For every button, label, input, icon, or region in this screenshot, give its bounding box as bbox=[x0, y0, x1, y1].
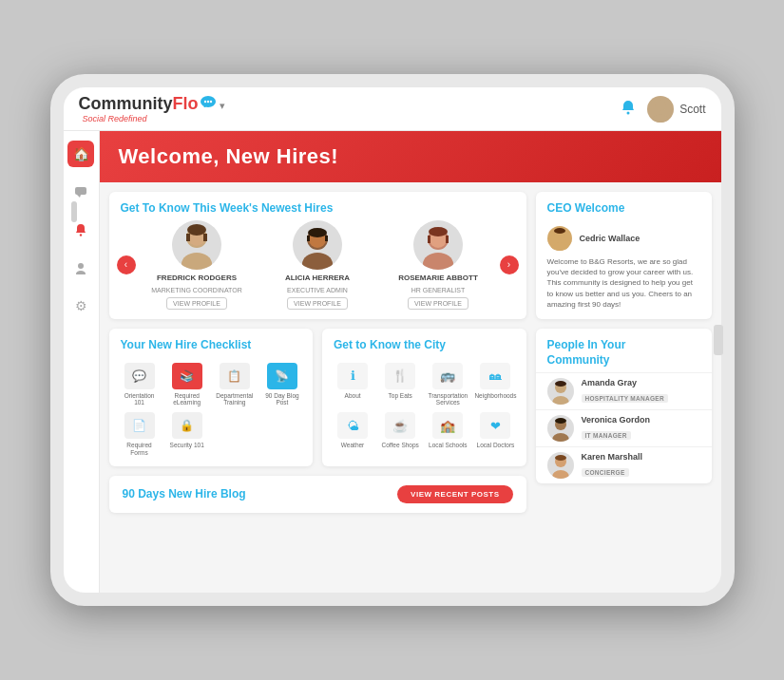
svg-point-28 bbox=[429, 227, 448, 236]
app-header: CommunityFlo ▾ Social Redefined bbox=[64, 87, 721, 131]
checklist-item-3[interactable]: 📋 Departmental Training bbox=[214, 363, 256, 407]
sidebar-item-settings[interactable]: ⚙ bbox=[67, 293, 94, 319]
community-avatar-image-1 bbox=[547, 378, 574, 405]
community-avatar-2 bbox=[547, 415, 574, 442]
dropdown-arrow[interactable]: ▾ bbox=[220, 100, 225, 112]
checklist-label-5: Required Forms bbox=[119, 442, 161, 457]
checklist-item-5[interactable]: 📄 Required Forms bbox=[119, 412, 161, 457]
svg-point-39 bbox=[555, 418, 566, 424]
view-profile-button-3[interactable]: VIEW PROFILE bbox=[408, 297, 468, 310]
bell-icon bbox=[621, 100, 636, 115]
checklist-item-1[interactable]: 💬 Orientation 101 bbox=[119, 363, 161, 407]
checklist-card: Your New Hire Checklist 💬 Orientation 10… bbox=[109, 329, 314, 466]
city-item-schools[interactable]: 🏫 Local Schools bbox=[427, 412, 468, 449]
welcome-heading: Welcome, New Hires! bbox=[119, 144, 702, 169]
home-button[interactable] bbox=[714, 325, 723, 355]
city-label-neighborhoods: Neighborhoods bbox=[474, 392, 516, 400]
city-title: Get to Know the City bbox=[322, 329, 526, 357]
svg-point-6 bbox=[655, 100, 666, 111]
city-item-neighborhoods[interactable]: 🏘 Neighborhoods bbox=[474, 363, 516, 407]
right-column: CEO Welcome Cedric Wallace bbox=[536, 192, 712, 513]
svg-point-3 bbox=[206, 100, 208, 102]
checklist-title: Your New Hire Checklist bbox=[109, 329, 314, 357]
logo-text: CommunityFlo bbox=[79, 95, 199, 112]
hire-title-1: MARKETING COORDINATOR bbox=[151, 287, 241, 293]
city-label-schools: Local Schools bbox=[429, 442, 467, 449]
hire-profiles-list: FREDRICK RODGERS MARKETING COORDINATOR V… bbox=[142, 220, 494, 310]
community-avatar-3 bbox=[547, 452, 574, 479]
city-icon-doctors: ❤ bbox=[480, 412, 510, 439]
checklist-icon-orientation: 💬 bbox=[124, 363, 155, 389]
svg-point-35 bbox=[552, 396, 569, 405]
hire-avatar-1 bbox=[172, 220, 221, 270]
view-profile-button-1[interactable]: VIEW PROFILE bbox=[166, 297, 227, 310]
newest-hires-title: Get To Know This Week's Newest Hires bbox=[109, 192, 526, 220]
city-label-topeats: Top Eats bbox=[389, 392, 412, 400]
checklist-label-4: 90 Day Blog Post bbox=[261, 392, 303, 407]
svg-point-20 bbox=[302, 253, 333, 270]
svg-rect-29 bbox=[428, 236, 430, 243]
checklist-label-2: Required eLearning bbox=[166, 392, 208, 407]
view-profile-button-2[interactable]: VIEW PROFILE bbox=[287, 297, 348, 310]
side-button[interactable] bbox=[71, 201, 77, 222]
city-icon-topeats: 🍴 bbox=[385, 363, 415, 389]
hire-profile-3: ROSEMARIE ABBOTT HR GENERALIST VIEW PROF… bbox=[383, 220, 494, 310]
sub-cards-row: Your New Hire Checklist 💬 Orientation 10… bbox=[109, 329, 526, 466]
checklist-icon-blog: 📡 bbox=[267, 363, 297, 389]
checklist-item-4[interactable]: 📡 90 Day Blog Post bbox=[261, 363, 303, 407]
checklist-item-2[interactable]: 📚 Required eLearning bbox=[166, 363, 208, 407]
svg-point-38 bbox=[552, 433, 569, 442]
notification-bell-icon[interactable] bbox=[621, 100, 636, 119]
blog-label: 90 Days New Hire Blog bbox=[123, 487, 246, 501]
blog-card-inner: 90 Days New Hire Blog VIEW RECENT POSTS bbox=[109, 476, 526, 513]
hire-title-3: HR GENERALIST bbox=[411, 287, 465, 293]
city-item-weather[interactable]: 🌤 Weather bbox=[332, 412, 373, 449]
avatar-image bbox=[647, 96, 674, 123]
city-icon-schools: 🏫 bbox=[432, 412, 463, 439]
checklist-icon-elearning: 📚 bbox=[172, 363, 202, 389]
city-item-coffee[interactable]: ☕ Coffee Shops bbox=[379, 412, 421, 449]
checklist-icon-security: 🔒 bbox=[172, 412, 202, 439]
user-avatar[interactable] bbox=[647, 96, 674, 123]
checklist-item-6[interactable]: 🔒 Security 101 bbox=[166, 412, 208, 457]
hire-profile-1: FREDRICK RODGERS MARKETING COORDINATOR V… bbox=[142, 220, 253, 310]
people-title-line2: Community bbox=[536, 353, 712, 372]
svg-point-26 bbox=[423, 253, 453, 270]
community-badge-3: CONCIERGE bbox=[582, 468, 629, 477]
sidebar-item-people[interactable] bbox=[67, 255, 94, 281]
community-info-1: Amanda Gray HOSPITALITY MANAGER bbox=[582, 378, 668, 405]
city-icon-about: ℹ bbox=[337, 363, 368, 389]
svg-point-41 bbox=[552, 470, 569, 479]
svg-rect-24 bbox=[325, 236, 328, 241]
community-badge-1: HOSPITALITY MANAGER bbox=[582, 394, 668, 403]
checklist-icon-forms: 📄 bbox=[124, 412, 155, 439]
checklist-label-6: Security 101 bbox=[170, 442, 204, 449]
people-community-card: People In Your Community bbox=[536, 329, 712, 483]
carousel-prev-button[interactable]: ‹ bbox=[117, 255, 136, 274]
city-item-doctors[interactable]: ❤ Local Doctors bbox=[474, 412, 516, 449]
city-item-about[interactable]: ℹ About bbox=[332, 363, 373, 407]
ceo-name: Cedric Wallace bbox=[580, 234, 641, 243]
svg-point-32 bbox=[552, 242, 567, 251]
carousel-next-button[interactable]: › bbox=[500, 255, 519, 274]
community-info-3: Karen Marshall CONCIERGE bbox=[582, 452, 643, 479]
city-item-transport[interactable]: 🚌 Transportation Services bbox=[427, 363, 468, 407]
city-grid: ℹ About 🍴 Top Eats 🚌 T bbox=[322, 357, 526, 459]
hires-carousel: ‹ bbox=[109, 220, 526, 319]
hire-title-2: EXECUTIVE ADMIN bbox=[287, 287, 348, 293]
city-label-coffee: Coffee Shops bbox=[382, 442, 419, 449]
city-card: Get to Know the City ℹ About 🍴 Top Eats bbox=[322, 329, 526, 466]
city-item-topeats[interactable]: 🍴 Top Eats bbox=[379, 363, 421, 407]
community-info-2: Veronica Gordon IT MANAGER bbox=[582, 415, 651, 442]
view-recent-posts-button[interactable]: VIEW RECENT POSTS bbox=[397, 485, 512, 503]
svg-point-7 bbox=[652, 114, 669, 123]
svg-rect-23 bbox=[307, 236, 310, 241]
svg-point-12 bbox=[76, 271, 86, 274]
main-layout: 🏠 bbox=[64, 131, 721, 593]
checklist-grid: 💬 Orientation 101 📚 Required eLearning 📋 bbox=[109, 357, 314, 466]
sidebar-item-home[interactable]: 🏠 bbox=[67, 141, 94, 167]
logo-chat-icon bbox=[200, 95, 217, 110]
svg-point-4 bbox=[209, 100, 211, 102]
community-badge-2: IT MANAGER bbox=[582, 431, 631, 440]
hire-profile-2: ALICIA HERRERA EXECUTIVE ADMIN VIEW PROF… bbox=[262, 220, 373, 310]
